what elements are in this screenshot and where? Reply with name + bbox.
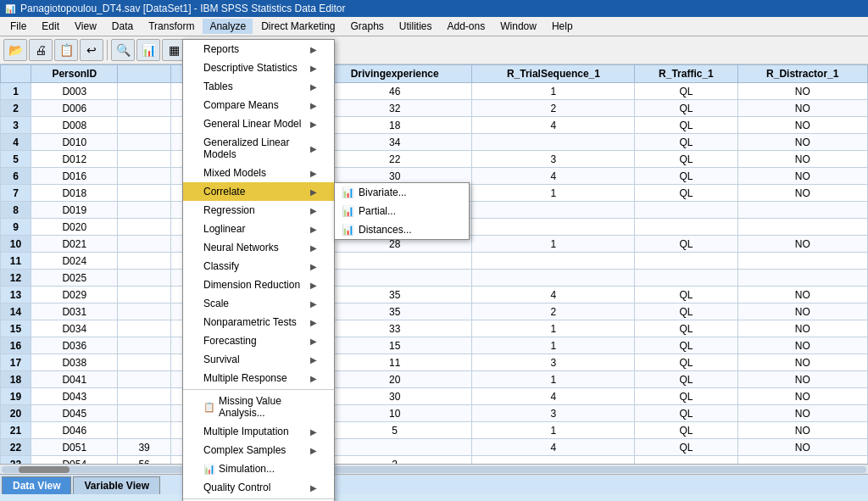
table-row[interactable]: 16D036212151QLNO: [1, 337, 868, 354]
menu-neural-networks[interactable]: Neural Networks ▶: [183, 238, 334, 257]
table-cell[interactable]: D016: [31, 168, 118, 185]
table-cell[interactable]: D034: [31, 320, 118, 337]
table-cell[interactable]: [118, 337, 170, 354]
table-cell[interactable]: 5: [317, 422, 472, 439]
menu-transform[interactable]: Transform: [142, 19, 201, 34]
table-cell[interactable]: 4: [472, 168, 635, 185]
table-cell[interactable]: D006: [31, 100, 118, 117]
row-number[interactable]: 15: [1, 320, 31, 337]
table-cell[interactable]: NO: [737, 337, 867, 354]
table-cell[interactable]: [118, 287, 170, 303]
menu-direct-marketing[interactable]: Direct Marketing: [254, 19, 342, 34]
table-cell[interactable]: NO: [737, 236, 867, 253]
table-cell[interactable]: QL: [635, 134, 737, 151]
table-cell[interactable]: D045: [31, 405, 118, 422]
tab-data-view[interactable]: Data View: [2, 476, 71, 494]
menu-loglinear[interactable]: Loglinear ▶: [183, 220, 334, 238]
table-cell[interactable]: [635, 219, 737, 236]
menu-view[interactable]: View: [68, 19, 103, 34]
table-cell[interactable]: [118, 168, 170, 185]
menu-missing-value[interactable]: 📋 Missing Value Analysis...: [183, 392, 334, 422]
table-cell[interactable]: D018: [31, 185, 118, 202]
table-cell[interactable]: [737, 270, 867, 287]
row-number[interactable]: 17: [1, 354, 31, 371]
table-cell[interactable]: NO: [737, 422, 867, 439]
table-row[interactable]: 19D043116304QLNO: [1, 388, 868, 405]
table-cell[interactable]: [635, 253, 737, 270]
table-row[interactable]: 21D04621651QLNO: [1, 422, 868, 439]
table-cell[interactable]: 2: [472, 100, 635, 117]
menu-correlate[interactable]: Correlate ▶ 📊 Bivariate... 📊 Partial... …: [183, 182, 334, 201]
table-cell[interactable]: [472, 202, 635, 219]
table-cell[interactable]: [737, 253, 867, 270]
table-cell[interactable]: [317, 270, 472, 287]
row-number[interactable]: 18: [1, 371, 31, 388]
table-row[interactable]: 2D006216322QLNO: [1, 100, 868, 117]
table-cell[interactable]: 10: [317, 405, 472, 422]
table-cell[interactable]: QL: [635, 405, 737, 422]
table-cell[interactable]: NO: [737, 168, 867, 185]
table-cell[interactable]: D020: [31, 219, 118, 236]
table-row[interactable]: 1D003212461QLNO: [1, 83, 868, 100]
table-cell[interactable]: D038: [31, 354, 118, 371]
table-cell[interactable]: [118, 100, 170, 117]
table-cell[interactable]: QL: [635, 117, 737, 134]
row-number[interactable]: 2: [1, 100, 31, 117]
table-row[interactable]: 15D034216331QLNO: [1, 320, 868, 337]
table-cell[interactable]: [472, 253, 635, 270]
table-cell[interactable]: [118, 236, 170, 253]
table-row[interactable]: 5D012223QLNO: [1, 151, 868, 168]
table-cell[interactable]: QL: [635, 100, 737, 117]
tool3[interactable]: 📋: [54, 39, 78, 61]
menu-tables[interactable]: Tables ▶: [183, 77, 334, 96]
menu-classify[interactable]: Classify ▶: [183, 257, 334, 276]
table-row[interactable]: 18D041212201QLNO: [1, 371, 868, 388]
table-cell[interactable]: QL: [635, 83, 737, 100]
table-cell[interactable]: NO: [737, 185, 867, 202]
table-cell[interactable]: [118, 151, 170, 168]
table-cell[interactable]: 2: [472, 303, 635, 320]
table-cell[interactable]: [118, 371, 170, 388]
table-cell[interactable]: 3: [472, 405, 635, 422]
table-cell[interactable]: D003: [31, 83, 118, 100]
row-number[interactable]: 1: [1, 83, 31, 100]
menu-bivariate[interactable]: 📊 Bivariate...: [335, 183, 469, 202]
table-cell[interactable]: 4: [472, 388, 635, 405]
table-cell[interactable]: NO: [737, 83, 867, 100]
row-number[interactable]: 9: [1, 219, 31, 236]
menu-survival[interactable]: Survival ▶: [183, 350, 334, 369]
tab-variable-view[interactable]: Variable View: [73, 476, 160, 494]
menu-quality-control[interactable]: Quality Control ▶: [183, 478, 334, 494]
menu-glm[interactable]: General Linear Model ▶: [183, 114, 334, 133]
row-number[interactable]: 19: [1, 388, 31, 405]
col-header-personid[interactable]: PersonID: [31, 65, 118, 83]
table-cell[interactable]: 1: [472, 236, 635, 253]
table-cell[interactable]: QL: [635, 337, 737, 354]
table-cell[interactable]: D041: [31, 371, 118, 388]
row-number[interactable]: 21: [1, 422, 31, 439]
menu-mixed-models[interactable]: Mixed Models ▶: [183, 164, 334, 182]
row-number[interactable]: 10: [1, 236, 31, 253]
table-cell[interactable]: [118, 202, 170, 219]
table-cell[interactable]: 4: [472, 439, 635, 456]
table-row[interactable]: 12D0252: [1, 270, 868, 287]
row-number[interactable]: 16: [1, 337, 31, 354]
table-cell[interactable]: NO: [737, 354, 867, 371]
menu-partial[interactable]: 📊 Partial...: [335, 202, 469, 220]
table-cell[interactable]: QL: [635, 320, 737, 337]
table-cell[interactable]: QL: [635, 303, 737, 320]
row-number[interactable]: 13: [1, 287, 31, 303]
table-cell[interactable]: [118, 253, 170, 270]
table-cell[interactable]: [118, 270, 170, 287]
table-cell[interactable]: 30: [317, 388, 472, 405]
table-row[interactable]: 13D029118354QLNO: [1, 287, 868, 303]
menu-file[interactable]: File: [3, 19, 33, 34]
table-cell[interactable]: QL: [635, 151, 737, 168]
row-number[interactable]: 11: [1, 253, 31, 270]
table-cell[interactable]: [118, 354, 170, 371]
table-cell[interactable]: QL: [635, 354, 737, 371]
table-cell[interactable]: 39: [118, 439, 170, 456]
table-cell[interactable]: 4: [472, 287, 635, 303]
table-cell[interactable]: QL: [635, 422, 737, 439]
table-cell[interactable]: QL: [635, 168, 737, 185]
